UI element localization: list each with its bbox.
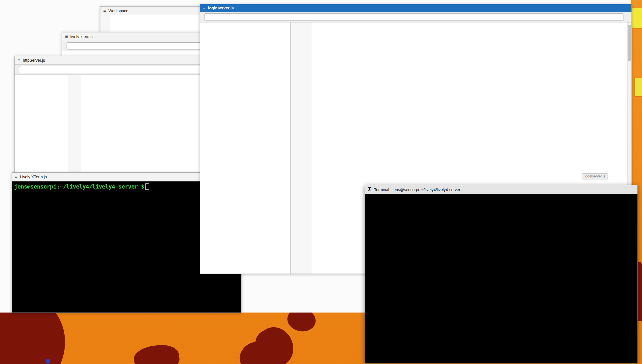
menu-icon[interactable]: ≡ <box>203 5 205 11</box>
window-title: Terminal - jens@sensorpi: ~/lively4/live… <box>374 187 460 192</box>
wallpaper-shape <box>132 342 181 364</box>
terminal-titlebar[interactable]: X Terminal - jens@sensorpi: ~/lively4/li… <box>365 185 637 194</box>
httpserver-titlebar[interactable]: ≡ httpServer.js <box>15 56 214 65</box>
window-title: loginserver.js <box>208 6 234 10</box>
httpserver-window: ≡ httpServer.js <box>15 56 214 180</box>
menu-icon[interactable]: ≡ <box>103 8 106 13</box>
window-title: httpServer.js <box>23 58 45 63</box>
window-title: Workspace <box>108 9 128 13</box>
desktop-item[interactable] <box>46 359 50 363</box>
sticky-note[interactable] <box>632 8 642 28</box>
scrollbar-thumb[interactable] <box>628 25 631 61</box>
url-input[interactable] <box>204 13 624 21</box>
window-title: Lively XTerm.js <box>20 175 47 179</box>
menu-icon[interactable]: ≡ <box>65 34 68 39</box>
menu-icon[interactable]: ≡ <box>18 58 20 63</box>
shell-prompt: jens@sensorpi:~/lively4/lively4-server $ <box>14 183 144 190</box>
code-editor[interactable] <box>68 75 214 180</box>
sticky-note[interactable] <box>635 78 642 96</box>
file-tree <box>15 75 68 180</box>
file-tree <box>200 22 291 274</box>
xterm-icon: X <box>368 187 371 193</box>
hover-tooltip: loginserver.js <box>582 173 608 179</box>
loginserver-titlebar[interactable]: ≡ loginserver.js <box>200 4 631 12</box>
url-input[interactable] <box>19 66 212 73</box>
terminal-cursor <box>145 183 149 190</box>
window-title: lively-xterm.js <box>70 34 94 39</box>
terminal-output[interactable] <box>365 194 637 363</box>
menu-icon[interactable]: ≡ <box>15 174 17 179</box>
terminal-window: X Terminal - jens@sensorpi: ~/lively4/li… <box>365 185 638 363</box>
